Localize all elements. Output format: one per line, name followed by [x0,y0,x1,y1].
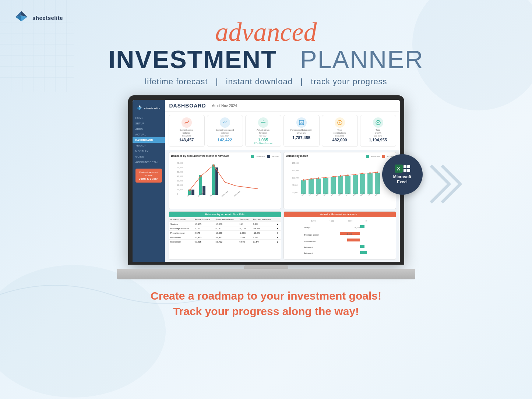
hero-advanced-label: advanced [108,18,423,47]
svg-rect-44 [316,179,321,194]
cell-actual: 8,573 [193,231,214,235]
cell-actual: 10,985 [193,222,214,226]
cell-forecast: 6,780 [214,226,238,231]
table2-header: Actual v. Forecast variances b... [284,212,396,217]
cell-trend: ▲ [275,222,281,226]
cell-percent: 11.5% [251,240,275,244]
svg-point-61 [362,173,363,174]
svg-point-30 [200,175,201,177]
kpi-icon-contributions [335,117,345,128]
svg-rect-46 [331,177,336,194]
cell-name: Savings [169,222,193,226]
svg-text:70,000: 70,000 [177,162,183,164]
table-row: Retirement 63,215 56,712 6,503 11.5% ▲ [169,240,281,244]
sidebar-item-dashboard[interactable]: DASHBOARD [133,137,165,143]
sidebar-item-actual[interactable]: ACTUAL [133,132,165,137]
sidebar-custom-button[interactable]: Custom investment plan for: John & Susan [135,169,162,183]
kpi-value-forecast: 142,422 [218,138,232,142]
sidebar-item-setup[interactable]: SETUP [133,121,165,126]
cell-trend: ▲ [275,240,281,244]
kpi-icon-20yr: 20 [296,117,307,128]
svg-point-60 [355,174,356,175]
svg-text:20,000: 20,000 [177,184,183,186]
cell-percent: -74.8% [251,226,275,231]
dashboard-date: As of Nov 2024 [212,104,237,108]
svg-text:Retirement: Retirement [304,252,313,254]
cta-line1: Create a roadmap to your investment goal… [151,288,381,304]
kpi-label-actual: Current actualbalance [180,129,194,135]
table-row: Brokerage account 1,709 6,780 -5,070 -74… [169,226,281,231]
cell-trend: ▼ [275,226,281,231]
legend-actual-label: Actual [272,155,279,158]
col-trend [275,217,281,222]
svg-point-55 [318,177,319,179]
cell-variance: 1,554 [238,235,251,240]
svg-text:60,000: 60,000 [177,166,183,169]
svg-rect-52 [375,173,380,194]
svg-text:140,000: 140,000 [292,162,299,164]
col-percent: Percent variance [251,217,275,222]
cell-variance: 6,503 [238,240,251,244]
kpi-card-forecast-balance: Current forecastedbalance Nov 2024 142,4… [207,115,243,147]
svg-point-31 [212,164,214,166]
dashboard-main: DASHBOARD As of Nov 2024 Current actualb… [165,100,400,262]
cell-trend: ▲ [275,235,281,240]
svg-text:80,000: 80,000 [292,184,298,186]
svg-rect-49 [353,175,358,194]
svg-text:-4,000: -4,000 [329,220,334,222]
svg-point-53 [303,179,304,181]
table1-content: Account name Actual balance Forecast bal… [169,217,281,244]
sidebar-item-adds[interactable]: ADDS [133,126,165,132]
cell-name: Pre-retirement [169,231,193,235]
sidebar-item-yearly[interactable]: YEARLY [133,143,165,148]
cell-actual: 63,215 [193,240,214,244]
svg-text:20: 20 [300,121,303,124]
svg-text:Savings: Savings [304,226,310,229]
sidebar-item-guide[interactable]: GUIDE [133,154,165,159]
hero-title-section: advanced INVESTMENT PLANNER lifetime for… [108,7,423,86]
svg-rect-84 [360,225,364,228]
cell-trend: ▼ [275,231,281,235]
svg-rect-45 [323,178,328,194]
subtitle-progress: track your progress [311,77,387,86]
brand-name: sheetselite [32,15,63,21]
svg-text:Retirement: Retirement [221,190,229,197]
cell-name: Retirement [169,235,193,240]
kpi-cards-row: Current actualbalance Nov 2024 143,457 C… [165,112,400,150]
kpi-card-actual-balance: Current actualbalance Nov 2024 143,457 [169,115,205,147]
custom-btn-line1: Custom investment plan for: [137,171,161,177]
subtitle-download: instant download [226,77,293,86]
cell-forecast: 10,850 [214,222,238,226]
svg-text:-9,070: -9,070 [355,226,360,229]
kpi-date-forecast: Nov 2024 [221,135,229,137]
table-row: Pre-retirement 8,573 10,659 -2,086 -19.6… [169,231,281,235]
col-account-name: Account name [169,217,193,222]
svg-rect-10 [261,122,265,123]
kpi-label-minus: Actual minusforecast [257,129,269,135]
svg-point-63 [377,172,378,173]
svg-text:100,000: 100,000 [292,177,299,179]
svg-marker-8 [137,107,139,110]
sidebar-item-account-detail[interactable]: ACCOUNT DETAIL [133,159,165,165]
tables-row: Balances by account - Nov 2024 Account n… [165,211,400,262]
svg-rect-86 [347,239,360,241]
cell-actual: 58,975 [193,235,214,240]
col-variance: Variance [238,217,251,222]
kpi-sub-minus: 0.7% Above forecast [254,142,272,144]
dashboard-title: DASHBOARD [169,103,206,109]
logo-area: sheetselite [13,10,63,25]
monthly-chart-svg: 140,000 120,000 100,000 80,000 60,000 [286,160,394,197]
svg-text:40,000: 40,000 [177,175,183,177]
svg-rect-47 [338,176,343,194]
chart1-title: Balances by account for the month of Nov… [171,155,229,157]
sidebar-item-home[interactable]: HOME [133,115,165,121]
legend2-actual-dot [382,155,385,158]
kpi-icon-growth [373,117,383,128]
table1-header: Balances by account - Nov 2024 [169,212,281,217]
laptop-container: sheets elite HOME SETUP ADDS ACTUAL DASH… [117,95,415,279]
table2-content: -6,000 -4,000 -2,000 0 Savings Brokerage… [284,217,396,259]
subtitle-lifetime: lifetime forecast [145,77,208,86]
svg-rect-43 [309,179,314,194]
sidebar-item-monthly[interactable]: MONTHLY [133,148,165,154]
hero-subtitle: lifetime forecast | instant download | t… [108,77,423,86]
